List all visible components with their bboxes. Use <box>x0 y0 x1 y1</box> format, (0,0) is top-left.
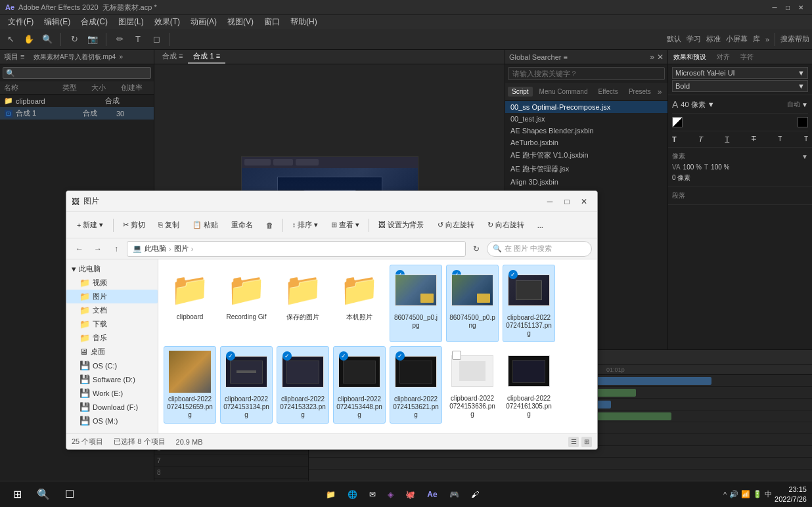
img-partial-3[interactable] <box>390 428 442 433</box>
font-weight-selector[interactable]: Bold ▼ <box>672 80 808 92</box>
menu-compose[interactable]: 合成(C) <box>76 15 113 29</box>
img-clipboard-1137[interactable]: ✓ clipboard-2022 0724151137.png <box>503 265 555 342</box>
menu-window[interactable]: 窗口 <box>259 15 285 29</box>
taskbar-show-desktop[interactable]: ^ <box>723 491 727 498</box>
doc-clipboardlist-1[interactable]: clipboardclipbo ard-202207262 3059-FileD… <box>164 428 216 433</box>
workspace-small[interactable]: 小屏幕 <box>726 34 748 44</box>
font-size-value[interactable]: 40 像素 ▼ <box>681 100 714 110</box>
taskbar-volume[interactable]: 🔊 <box>729 490 738 498</box>
img-partial-2[interactable] <box>333 428 386 433</box>
gs-result-7[interactable]: Align 3D.jsxbin <box>505 176 667 188</box>
project-search-input[interactable] <box>3 67 151 79</box>
taskbar-clock[interactable]: 23:15 2022/7/26 <box>775 485 807 504</box>
gs-tabs-expand[interactable]: » <box>658 87 662 97</box>
fill-color[interactable] <box>672 117 683 127</box>
taskbar-git-app[interactable]: 🐙 <box>400 483 420 506</box>
explorer-close[interactable]: ✕ <box>576 194 592 209</box>
taskbar-battery[interactable]: 🔋 <box>753 490 762 498</box>
explorer-maximize[interactable]: □ <box>559 194 575 209</box>
explorer-forward-btn[interactable]: → <box>90 241 106 257</box>
sidebar-item-f[interactable]: 💾 Download (F:) <box>66 400 158 414</box>
sidebar-item-d[interactable]: 💾 Software (D:) <box>66 372 158 386</box>
menu-view[interactable]: 视图(V) <box>222 15 259 29</box>
comp-tab-comp1[interactable]: 合成 1 ≡ <box>188 50 225 64</box>
sidebar-item-pc[interactable]: ▾ 此电脑 <box>66 262 158 276</box>
taskview-button[interactable]: ☐ <box>58 483 81 506</box>
text-tool[interactable]: T <box>130 32 146 47</box>
explorer-search[interactable]: 🔍 在 图片 中搜索 <box>487 241 592 257</box>
camera-tool[interactable]: 📷 <box>85 32 101 47</box>
taskbar-disc-app[interactable]: 🎮 <box>444 483 464 506</box>
search-button[interactable]: 🔍 <box>32 483 55 506</box>
explorer-rename-btn[interactable]: 重命名 <box>226 218 258 232</box>
explorer-minimize[interactable]: ─ <box>542 194 558 209</box>
sidebar-item-desktop[interactable]: 🖥 桌面 <box>66 345 158 359</box>
explorer-copy-btn[interactable]: ⎘ 复制 <box>153 218 185 232</box>
menu-layer[interactable]: 图层(L) <box>113 15 149 29</box>
gs-result-5[interactable]: AE 跑卡管家 V1.0.jsxbin <box>505 148 667 162</box>
img-clipboard-3636[interactable]: clipboard-2022 0724153636.png <box>446 346 499 424</box>
close-button[interactable]: ✕ <box>795 2 807 12</box>
tab-character[interactable]: 字符 <box>738 51 756 63</box>
img-clipboard-3323[interactable]: ✓ clipboard-2022 0724153323.png <box>277 346 329 424</box>
sidebar-item-e[interactable]: 💾 Work (E:) <box>66 386 158 400</box>
gs-expand-icon[interactable]: » <box>650 53 654 62</box>
img-clipboard-3134[interactable]: ✓ clipboard-2022 0724153134.png <box>220 346 273 424</box>
folder-recording-gif[interactable]: 📁 Recording Gif <box>220 265 273 342</box>
faux-italic-btn[interactable]: T <box>698 135 703 143</box>
explorer-more-btn[interactable]: ... <box>532 219 549 231</box>
gs-close-icon[interactable]: ✕ <box>657 53 664 62</box>
underline-btn[interactable]: T <box>725 135 730 143</box>
workspace-default[interactable]: 默认 <box>667 34 681 44</box>
tab-align[interactable]: 对齐 <box>714 51 733 63</box>
workspace-expand[interactable]: » <box>765 35 769 43</box>
view-grid-btn[interactable]: ⊞ <box>581 437 592 447</box>
img-86074500-jpg[interactable]: ✓ 86074500_p0.j pg <box>390 265 442 342</box>
explorer-new-btn[interactable]: + 新建 ▾ <box>72 218 109 232</box>
sidebar-item-docs[interactable]: 📁 文档 <box>66 303 158 317</box>
start-button[interactable]: ⊞ <box>5 483 29 506</box>
img-clipboard-1305[interactable]: clipboard-2022 0724161305.png <box>503 346 555 424</box>
explorer-view-btn[interactable]: ⊞ 查看 ▾ <box>326 218 365 232</box>
img-partial-1[interactable] <box>277 428 329 433</box>
explorer-set-bg-btn[interactable]: 🖼 设置为背景 <box>373 218 429 232</box>
gs-result-2[interactable]: 00_test.jsx <box>505 113 667 125</box>
doc-clipboardlist-2[interactable]: clipboardclipbo ard-202207262 23735-File… <box>220 428 273 433</box>
tab-effects-presets[interactable]: 效果和预设 <box>671 51 709 63</box>
explorer-back-btn[interactable]: ← <box>72 241 87 257</box>
sidebar-item-c[interactable]: 💾 OS (C:) <box>66 359 158 372</box>
img-86074500-png[interactable]: ✓ 86074500_p0.p ng <box>446 265 499 342</box>
tracking-field[interactable]: VA 100 % T 100 % <box>672 164 729 171</box>
gs-tab-menu[interactable]: Menu Command <box>535 87 592 97</box>
explorer-rotate-left-btn[interactable]: ↺ 向左旋转 <box>432 218 480 232</box>
explorer-up-btn[interactable]: ↑ <box>108 241 124 257</box>
project-item-clipboard[interactable]: 📁 clipboard 合成 <box>0 95 154 107</box>
folder-local-photos[interactable]: 📁 本机照片 <box>333 265 386 342</box>
img-clipboard-3448[interactable]: ✓ clipboard-2022 0724153448.png <box>333 346 386 424</box>
workspace-library[interactable]: 库 <box>753 34 760 44</box>
maximize-button[interactable]: □ <box>782 2 794 12</box>
kerning-value[interactable]: ▼ <box>801 101 808 108</box>
workspace-standard[interactable]: 标准 <box>706 34 721 44</box>
zoom-tool[interactable]: 🔍 <box>39 32 55 47</box>
taskbar-vs-app[interactable]: ◈ <box>382 483 399 506</box>
explorer-cut-btn[interactable]: ✂ 剪切 <box>118 218 150 232</box>
explorer-rotate-right-btn[interactable]: ↻ 向右旋转 <box>482 218 530 232</box>
folder-saved-pics[interactable]: 📁 保存的图片 <box>277 265 329 342</box>
folder-clipboard[interactable]: 📁 clipboard <box>164 265 216 342</box>
stroke-color[interactable] <box>798 117 808 127</box>
gs-result-4[interactable]: AeTurbo.jsxbin <box>505 137 667 148</box>
view-list-btn[interactable]: ☰ <box>568 437 579 447</box>
taskbar-network[interactable]: 📶 <box>741 490 750 498</box>
taskbar-app8[interactable]: 🖌 <box>466 483 484 506</box>
gs-result-3[interactable]: AE Shapes Blender.jsxbin <box>505 125 667 137</box>
subscript-btn[interactable]: T <box>804 135 808 143</box>
gs-result-6[interactable]: AE 跑卡管理器.jsx <box>505 162 667 176</box>
sidebar-item-pictures[interactable]: 📁 图片 <box>66 290 158 303</box>
pen-tool[interactable]: ✏ <box>112 32 127 47</box>
select-tool[interactable]: ↖ <box>3 32 18 47</box>
faux-bold-btn[interactable]: T <box>672 135 677 143</box>
sidebar-item-downloads[interactable]: 📁 下载 <box>66 317 158 331</box>
gs-tab-effects[interactable]: Effects <box>594 87 621 97</box>
superscript-btn[interactable]: T <box>778 135 782 143</box>
